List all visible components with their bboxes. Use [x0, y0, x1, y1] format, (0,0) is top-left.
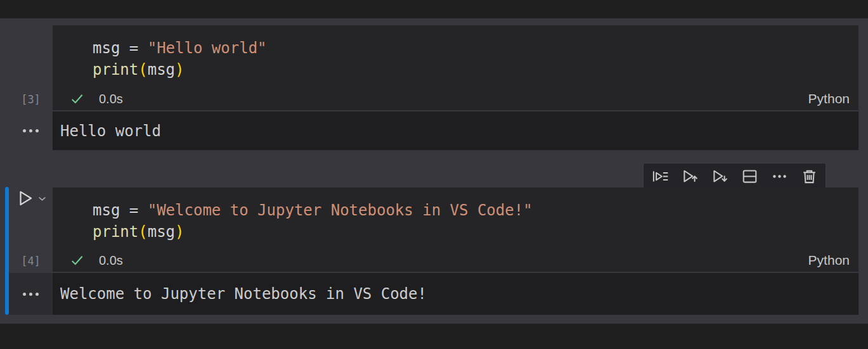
token-function: print — [93, 61, 138, 79]
more-actions-dot — [36, 293, 39, 296]
token-operator: = — [120, 201, 147, 219]
execution-duration: 0.0s — [99, 92, 123, 106]
token-close-paren: ) — [175, 61, 184, 79]
token-string: "Welcome to Jupyter Notebooks in VS Code… — [148, 201, 533, 219]
code-cell-1: msg = "Hello world"print(msg) 0.0s Pytho… — [53, 25, 858, 110]
token-string: "Hello world" — [148, 39, 267, 57]
cell-status-bar: 0.0s Python — [53, 87, 858, 110]
run-cell-icon[interactable] — [15, 187, 36, 209]
cell-toolbar — [643, 163, 826, 190]
token-open-paren: ( — [138, 61, 147, 79]
execution-count-cell-1: [3] — [9, 88, 53, 110]
code-line: msg = "Hello world" — [93, 37, 858, 59]
cell-language-picker[interactable]: Python — [808, 91, 850, 106]
delete-cell-icon[interactable] — [800, 168, 818, 186]
token-argument: msg — [148, 61, 175, 79]
code-editor-cell-1[interactable]: msg = "Hello world"print(msg) — [53, 25, 858, 80]
more-actions-dot — [23, 129, 26, 132]
token-variable: msg — [93, 201, 120, 219]
token-close-paren: ) — [175, 223, 184, 241]
run-by-line-icon[interactable] — [651, 168, 669, 186]
code-editor-cell-2[interactable]: msg = "Welcome to Jupyter Notebooks in V… — [53, 187, 858, 243]
token-argument: msg — [148, 223, 175, 241]
execution-count-cell-2: [4] — [9, 250, 53, 272]
more-actions-dot — [29, 293, 32, 296]
cell-language-picker[interactable]: Python — [808, 253, 850, 268]
execution-duration: 0.0s — [99, 253, 123, 268]
notebook-editor: msg = "Hello world"print(msg) 0.0s Pytho… — [0, 0, 868, 349]
cell-2-output: Welcome to Jupyter Notebooks in VS Code! — [53, 273, 858, 315]
more-actions-icon[interactable] — [770, 168, 788, 186]
top-bar — [0, 0, 868, 18]
success-check-icon — [70, 91, 85, 106]
more-actions-dot — [29, 129, 32, 132]
token-function: print — [93, 223, 138, 241]
split-cell-icon[interactable] — [741, 168, 758, 186]
output-more-actions-button[interactable] — [9, 111, 53, 150]
token-open-paren: ( — [138, 223, 147, 241]
code-line: print(msg) — [93, 59, 858, 80]
output-more-actions-button[interactable] — [9, 273, 53, 315]
execute-above-icon[interactable] — [681, 168, 699, 186]
execute-cell-and-below-icon[interactable] — [711, 168, 729, 186]
code-cell-2: msg = "Welcome to Jupyter Notebooks in V… — [53, 187, 858, 272]
code-line: print(msg) — [93, 221, 858, 243]
output-text: Hello world — [60, 122, 161, 140]
token-variable: msg — [93, 39, 120, 57]
more-actions-dot — [23, 293, 26, 296]
chevron-down-icon[interactable] — [36, 191, 48, 206]
code-line: msg = "Welcome to Jupyter Notebooks in V… — [93, 200, 858, 221]
bottom-bar — [0, 324, 868, 349]
token-operator: = — [120, 39, 147, 57]
success-check-icon — [70, 253, 85, 268]
output-text: Welcome to Jupyter Notebooks in VS Code! — [60, 285, 427, 303]
more-actions-dot — [36, 129, 39, 132]
cell-1-output: Hello world — [53, 111, 858, 150]
cell-status-bar: 0.0s Python — [53, 249, 858, 272]
